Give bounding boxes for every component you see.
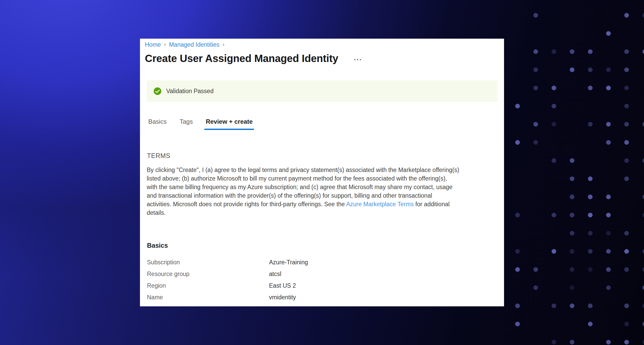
background-dot bbox=[606, 31, 611, 36]
background-dot bbox=[642, 322, 644, 326]
background-dot bbox=[588, 249, 593, 254]
background-dot bbox=[552, 49, 556, 54]
row-value-region: East US 2 bbox=[269, 282, 296, 289]
background-dot bbox=[570, 158, 574, 163]
success-check-icon bbox=[154, 87, 161, 95]
background-dot bbox=[533, 285, 538, 290]
breadcrumb-separator-icon: › bbox=[164, 41, 166, 48]
background-dot bbox=[624, 13, 629, 18]
basics-section-heading: Basics bbox=[147, 242, 168, 249]
background-dot bbox=[588, 122, 593, 127]
table-row: Name vmidentity bbox=[147, 292, 495, 303]
background-dot bbox=[570, 49, 574, 54]
background-dot bbox=[642, 213, 644, 217]
terms-paragraph: By clicking "Create", I (a) agree to the… bbox=[147, 166, 487, 217]
background-dot bbox=[606, 140, 611, 145]
background-dot bbox=[606, 340, 611, 344]
background-dot bbox=[588, 267, 593, 272]
background-dot bbox=[533, 140, 538, 145]
background-dot bbox=[515, 249, 520, 254]
row-value-resource-group: atcsl bbox=[269, 271, 281, 278]
tab-tags[interactable]: Tags bbox=[178, 118, 194, 130]
tab-review-create[interactable]: Review + create bbox=[204, 118, 254, 130]
background-dot bbox=[624, 176, 629, 181]
background-dot bbox=[552, 122, 556, 127]
background-dot bbox=[606, 231, 611, 236]
background-dot bbox=[624, 340, 629, 344]
background-dot bbox=[515, 140, 520, 145]
background-dot bbox=[570, 67, 574, 72]
background-dot bbox=[533, 86, 538, 90]
azure-marketplace-terms-link[interactable]: Azure Marketplace Terms bbox=[346, 201, 414, 208]
more-options-icon[interactable]: ··· bbox=[352, 56, 364, 63]
row-label-region: Region bbox=[147, 282, 269, 289]
table-row: Subscription Azure-Training bbox=[147, 257, 495, 268]
background-dot bbox=[533, 122, 538, 127]
page-title: Create User Assigned Managed Identity bbox=[145, 53, 338, 64]
background-dot bbox=[642, 285, 644, 290]
background-dot bbox=[552, 86, 556, 90]
background-dot bbox=[552, 340, 556, 344]
background-dot bbox=[624, 122, 629, 127]
row-label-subscription: Subscription bbox=[147, 259, 269, 266]
background-dot bbox=[533, 49, 538, 54]
table-row: Region East US 2 bbox=[147, 280, 495, 292]
background-dot bbox=[606, 122, 611, 127]
background-dot bbox=[624, 67, 629, 72]
background-dot bbox=[552, 213, 556, 217]
background-dot bbox=[588, 303, 593, 308]
background-dot bbox=[642, 49, 644, 54]
background-dot bbox=[588, 176, 593, 181]
title-row: Create User Assigned Managed Identity ··… bbox=[145, 53, 364, 64]
background-dot bbox=[606, 86, 611, 90]
breadcrumb-separator-icon: › bbox=[223, 41, 224, 48]
row-label-resource-group: Resource group bbox=[147, 271, 269, 278]
background-dot bbox=[570, 285, 574, 290]
background-dot bbox=[515, 267, 520, 272]
background-dot bbox=[570, 267, 574, 272]
background-dot bbox=[642, 195, 644, 199]
background-dot bbox=[552, 158, 556, 163]
background-dot bbox=[588, 231, 593, 236]
background-dot bbox=[624, 267, 629, 272]
background-dot bbox=[624, 249, 629, 254]
background-dot bbox=[624, 86, 629, 90]
background-dot bbox=[642, 303, 644, 308]
review-summary: Subscription Azure-Training Resource gro… bbox=[147, 257, 495, 303]
background-dot bbox=[570, 340, 574, 344]
background-dot bbox=[606, 213, 611, 217]
background-dot bbox=[533, 67, 538, 72]
row-label-name: Name bbox=[147, 294, 269, 301]
validation-banner: Validation Passed bbox=[147, 80, 497, 102]
background-dot bbox=[570, 303, 574, 308]
background-dot bbox=[642, 267, 644, 272]
background-dot bbox=[570, 213, 574, 217]
background-dot bbox=[570, 249, 574, 254]
row-value-subscription: Azure-Training bbox=[269, 259, 308, 266]
background-dot bbox=[624, 231, 629, 236]
background-dot bbox=[552, 303, 556, 308]
background-dot bbox=[642, 122, 644, 127]
background-dot bbox=[570, 231, 574, 236]
background-dot bbox=[515, 322, 520, 326]
background-dot bbox=[515, 303, 520, 308]
tab-bar: Basics Tags Review + create bbox=[147, 118, 264, 130]
background-dot bbox=[552, 249, 556, 254]
background-dot bbox=[624, 322, 629, 326]
tab-basics[interactable]: Basics bbox=[147, 118, 168, 130]
background-dot bbox=[570, 176, 574, 181]
background-dot bbox=[588, 86, 593, 90]
background-dot bbox=[533, 267, 538, 272]
background-dot bbox=[606, 285, 611, 290]
background-dot bbox=[642, 249, 644, 254]
terms-heading: TERMS bbox=[147, 152, 170, 160]
table-row: Resource group atcsl bbox=[147, 268, 495, 280]
breadcrumb-home-link[interactable]: Home bbox=[145, 41, 161, 48]
background-dot bbox=[533, 13, 538, 18]
row-value-name: vmidentity bbox=[269, 294, 296, 301]
background-dot bbox=[588, 213, 593, 217]
breadcrumb-managed-identities-link[interactable]: Managed Identities bbox=[169, 41, 219, 48]
background-dot bbox=[552, 104, 556, 108]
background-dot bbox=[624, 303, 629, 308]
background-dot bbox=[606, 67, 611, 72]
